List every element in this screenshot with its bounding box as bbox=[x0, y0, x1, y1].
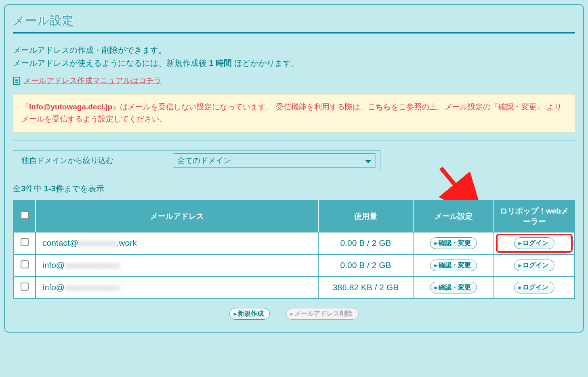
table-row: contact@xxxxxxxxx.work 0.00 B / 2 GB 確認・… bbox=[13, 232, 575, 254]
result-count: 全3件中 1-3件までを表示 bbox=[13, 183, 575, 194]
header-checkbox bbox=[13, 201, 36, 232]
select-all-checkbox[interactable] bbox=[21, 211, 29, 219]
create-button[interactable]: 新規作成 bbox=[229, 308, 270, 320]
delete-button[interactable]: メールアドレス削除 bbox=[286, 308, 359, 320]
table-row: info@xxxxxxxxxxxxx 386.82 KB / 2 GB 確認・変… bbox=[13, 276, 575, 299]
row-checkbox[interactable] bbox=[21, 283, 29, 291]
manual-link-row: メールアドレス作成マニュアルはコチラ bbox=[13, 75, 575, 86]
header-address: メールアドレス bbox=[36, 201, 318, 232]
login-button[interactable]: ログイン bbox=[514, 237, 554, 249]
address-cell: info@xxxxxxxxxxxxx bbox=[36, 254, 318, 276]
table-row: info@xxxxxxxxxxxxx 0.00 B / 2 GB 確認・変更 ロ… bbox=[13, 254, 575, 276]
filter-label: 独自ドメインから絞り込む bbox=[13, 151, 173, 171]
page-title: メール設定 bbox=[13, 13, 575, 28]
address-cell: contact@xxxxxxxxx.work bbox=[36, 232, 318, 254]
row-checkbox[interactable] bbox=[21, 238, 29, 246]
confirm-change-button[interactable]: 確認・変更 bbox=[430, 237, 477, 249]
notice-box: 『info@yutowaga.deci.jp』はメールを受信しない設定になってい… bbox=[13, 94, 575, 132]
usage-cell: 386.82 KB / 2 GB bbox=[318, 276, 413, 299]
description: メールアドレスの作成・削除ができます。 メールアドレスが使えるようになるには、新… bbox=[13, 44, 575, 69]
mail-settings-panel: メール設定 メールアドレスの作成・削除ができます。 メールアドレスが使えるように… bbox=[4, 4, 584, 333]
header-usage: 使用量 bbox=[318, 201, 413, 232]
notice-link[interactable]: こちら bbox=[368, 103, 391, 111]
usage-cell: 0.00 B / 2 GB bbox=[318, 254, 413, 276]
row-checkbox[interactable] bbox=[21, 260, 29, 268]
header-settings: メール設定 bbox=[413, 201, 494, 232]
address-cell: info@xxxxxxxxxxxxx bbox=[36, 276, 318, 299]
title-bar: メール設定 bbox=[13, 13, 575, 34]
action-button-row: 新規作成 メールアドレス削除 bbox=[13, 308, 575, 320]
confirm-change-button[interactable]: 確認・変更 bbox=[430, 282, 477, 293]
document-icon bbox=[13, 77, 20, 85]
header-webmailer: ロリポップ！webメーラー bbox=[494, 201, 575, 232]
separator bbox=[13, 140, 575, 141]
manual-link[interactable]: メールアドレス作成マニュアルはコチラ bbox=[23, 75, 162, 86]
domain-filter-box: 独自ドメインから絞り込む 全てのドメイン bbox=[13, 150, 380, 171]
domain-select[interactable]: 全てのドメイン bbox=[173, 153, 376, 168]
confirm-change-button[interactable]: 確認・変更 bbox=[430, 260, 477, 271]
login-button[interactable]: ログイン bbox=[514, 260, 554, 271]
mail-table: メールアドレス 使用量 メール設定 ロリポップ！webメーラー contact@… bbox=[13, 200, 575, 299]
usage-cell: 0.00 B / 2 GB bbox=[318, 232, 413, 254]
login-button[interactable]: ログイン bbox=[514, 282, 554, 293]
